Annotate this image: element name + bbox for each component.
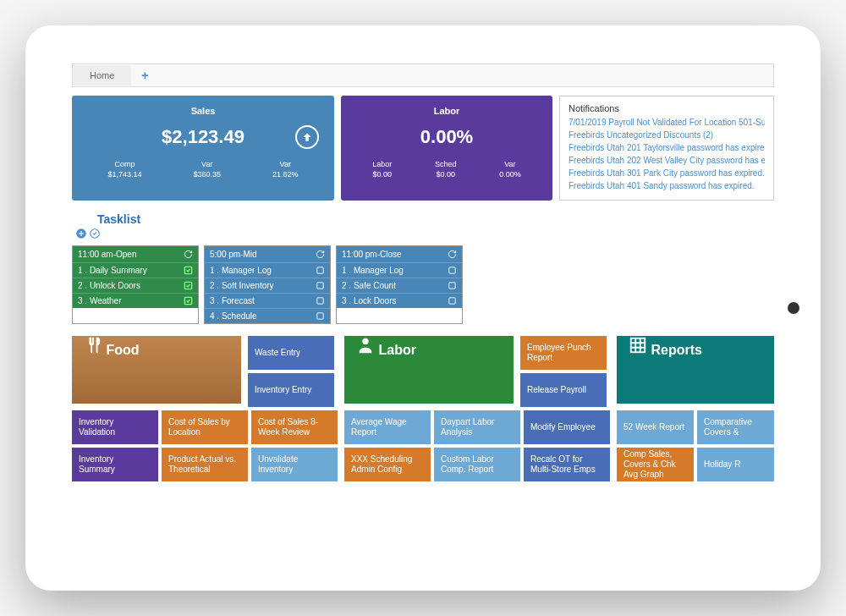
task-item[interactable]: 2 . Soft Inventory xyxy=(205,278,330,293)
tile-comp-sales-covers[interactable]: Comp Sales, Covers & Chk Avg Graph xyxy=(617,448,694,481)
tile-custom-labor-comp[interactable]: Custom Labor Comp. Report xyxy=(434,448,520,481)
tile-scheduling-admin[interactable]: XXX Scheduling Admin Config xyxy=(344,448,431,481)
svg-rect-7 xyxy=(317,298,323,304)
reports-hero[interactable]: Reports xyxy=(617,336,774,404)
summary-row: Sales $2,123.49 Comp$1,743.14 Var$380.35… xyxy=(72,96,774,201)
task-column-close: 11:00 pm-Close 1 . Manager Log 2 . Safe … xyxy=(336,245,463,324)
labor-title: Labor xyxy=(351,106,542,116)
svg-rect-11 xyxy=(449,298,455,304)
sales-title: Sales xyxy=(82,106,324,116)
checkbox-icon xyxy=(316,281,325,290)
tile-comparative-covers[interactable]: Comparative Covers & xyxy=(697,410,774,444)
task-item[interactable]: 4 . Schedule xyxy=(205,308,330,323)
task-item[interactable]: 3 . Weather xyxy=(73,293,198,308)
check-icon xyxy=(184,266,193,275)
labor-hero[interactable]: Labor xyxy=(344,336,514,404)
checkbox-icon xyxy=(448,281,457,290)
task-columns: 11:00 am-Open 1 . Daily Summary 2 . Unlo… xyxy=(72,245,774,324)
svg-rect-8 xyxy=(317,313,323,319)
check-icon xyxy=(184,296,193,305)
task-item[interactable]: 2 . Safe Count xyxy=(337,278,462,293)
refresh-icon[interactable] xyxy=(316,250,325,259)
tile-inventory-entry[interactable]: Inventory Entry xyxy=(248,373,334,407)
svg-point-12 xyxy=(362,338,368,344)
labor-group: Labor Employee Punch Report Release Payr… xyxy=(344,336,610,485)
edit-icon[interactable] xyxy=(89,228,101,242)
labor-amount: 0.00% xyxy=(351,126,542,148)
tile-inventory-summary[interactable]: Inventory Summary xyxy=(72,448,158,481)
tile-release-payroll[interactable]: Release Payroll xyxy=(520,373,607,407)
task-column-mid: 5:00 pm-Mid 1 . Manager Log 2 . Soft Inv… xyxy=(204,245,331,324)
checkbox-icon xyxy=(448,266,457,275)
notification-item[interactable]: Freebirds Utah 301 Park City password ha… xyxy=(569,168,765,179)
tile-modify-employee[interactable]: Modify Employee xyxy=(524,410,610,444)
sales-amount: $2,123.49 xyxy=(82,126,324,148)
tab-home[interactable]: Home xyxy=(73,65,131,85)
tasklist-title: Tasklist xyxy=(97,212,774,226)
refresh-icon[interactable] xyxy=(184,250,193,259)
screen: Home + Sales $2,123.49 Comp$1,743.14 Var… xyxy=(72,63,774,553)
labor-stats: Labor$0.00 Sched$0.00 Var0.00% xyxy=(351,160,542,179)
svg-rect-6 xyxy=(317,283,323,289)
add-icon[interactable] xyxy=(75,228,87,242)
task-item[interactable]: 1 . Manager Log xyxy=(337,262,462,278)
notification-item[interactable]: Freebirds Uncategorized Discounts (2) xyxy=(569,129,765,140)
utensils-icon xyxy=(84,336,102,355)
tasklist-section: Tasklist 11:00 am-Open 1 . Daily Summary… xyxy=(72,212,774,324)
task-item[interactable]: 2 . Unlock Doors xyxy=(73,278,198,293)
svg-rect-13 xyxy=(631,338,645,353)
notification-item[interactable]: 7/01/2019 Payroll Not Validated For Loca… xyxy=(569,117,765,128)
tile-avg-wage[interactable]: Average Wage Report xyxy=(344,410,431,444)
notifications-panel: Notifications 7/01/2019 Payroll Not Vali… xyxy=(559,96,774,201)
notification-item[interactable]: Freebirds Utah 401 Sandy password has ex… xyxy=(569,180,765,191)
task-item[interactable]: 3 . Forecast xyxy=(205,293,330,308)
checkbox-icon xyxy=(316,311,325,321)
task-item[interactable]: 1 . Manager Log xyxy=(205,262,330,278)
svg-rect-9 xyxy=(449,267,455,273)
tile-52-week[interactable]: 52 Week Report xyxy=(617,410,694,444)
sales-stats: Comp$1,743.14 Var$380.35 Var21.82% xyxy=(82,160,324,179)
tile-employee-punch[interactable]: Employee Punch Report xyxy=(520,336,607,370)
reports-group: Reports 52 Week Report Comparative Cover… xyxy=(617,336,774,485)
food-hero[interactable]: Food xyxy=(72,336,241,404)
tile-product-actual[interactable]: Product Actual vs. Theoretical xyxy=(162,448,248,481)
tab-add[interactable]: + xyxy=(131,63,158,87)
arrow-up-icon xyxy=(295,125,319,149)
tile-waste-entry[interactable]: Waste Entry xyxy=(248,336,334,370)
check-icon xyxy=(184,281,193,290)
tile-daypart-labor[interactable]: Daypart Labor Analysis xyxy=(434,410,520,444)
notification-item[interactable]: Freebirds Utah 201 Taylorsville password… xyxy=(569,142,765,153)
tile-recalc-ot[interactable]: Recalc OT for Multi-Store Emps xyxy=(524,448,610,481)
food-group: Food Waste Entry Inventory Entry Invento… xyxy=(72,336,338,485)
tile-unvalidate-inventory[interactable]: Unvalidate Inventory xyxy=(251,448,338,481)
tiles-row: Food Waste Entry Inventory Entry Invento… xyxy=(72,336,774,485)
task-item[interactable]: 3 . Lock Doors xyxy=(337,293,462,308)
tile-cost-sales-location[interactable]: Cost of Sales by Location xyxy=(162,410,248,444)
svg-rect-10 xyxy=(449,283,455,289)
sales-card[interactable]: Sales $2,123.49 Comp$1,743.14 Var$380.35… xyxy=(72,96,334,201)
person-icon xyxy=(356,336,375,355)
tablet-frame: Home + Sales $2,123.49 Comp$1,743.14 Var… xyxy=(25,25,821,591)
checkbox-icon xyxy=(316,296,325,305)
tile-inventory-validation[interactable]: Inventory Validation xyxy=(72,410,158,444)
tab-bar: Home + xyxy=(72,63,774,87)
task-column-open: 11:00 am-Open 1 . Daily Summary 2 . Unlo… xyxy=(72,245,199,324)
labor-card[interactable]: Labor 0.00% Labor$0.00 Sched$0.00 Var0.0… xyxy=(341,96,552,201)
notifications-title: Notifications xyxy=(569,103,765,113)
tile-cost-sales-8week[interactable]: Cost of Sales 8-Week Review xyxy=(251,410,338,444)
checkbox-icon xyxy=(316,266,325,275)
device-home-button[interactable] xyxy=(788,302,799,314)
notification-item[interactable]: Freebirds Utah 202 West Valley City pass… xyxy=(569,155,765,166)
tile-holiday[interactable]: Holiday R xyxy=(697,448,774,481)
tasklist-actions xyxy=(75,228,774,242)
grid-icon xyxy=(629,336,647,355)
refresh-icon[interactable] xyxy=(448,250,457,259)
svg-rect-5 xyxy=(317,267,323,273)
checkbox-icon xyxy=(448,296,457,305)
task-item[interactable]: 1 . Daily Summary xyxy=(73,262,198,278)
